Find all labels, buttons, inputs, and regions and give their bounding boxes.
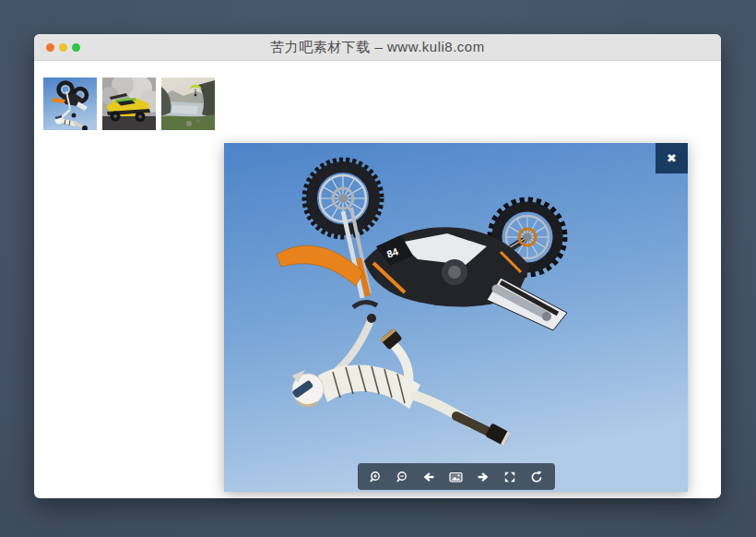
desktop-background: { "browser_window": { "title": "苦力吧素材下载 …: [0, 0, 756, 537]
expand-button[interactable]: [500, 467, 520, 487]
image-button[interactable]: [445, 467, 466, 487]
paraglider-thumb-image: [161, 78, 215, 130]
arrow-right-icon: [477, 471, 490, 483]
lightbox-close-button[interactable]: ✖: [656, 143, 688, 173]
image-icon: [449, 471, 463, 483]
window-title: 苦力吧素材下载 – www.kuli8.com: [270, 39, 484, 56]
traffic-lights: [46, 34, 80, 60]
thumbnail-gallery: [43, 78, 215, 130]
previous-button[interactable]: [419, 467, 439, 487]
arrow-left-icon: [422, 471, 435, 483]
window-zoom-dot[interactable]: [72, 43, 80, 52]
window-minimize-dot[interactable]: [59, 43, 67, 52]
next-button[interactable]: [473, 467, 493, 487]
window-titlebar: 苦力吧素材下载 – www.kuli8.com: [34, 34, 721, 61]
race-car-thumb-image: [102, 78, 156, 130]
zoom-in-button[interactable]: [365, 467, 385, 487]
thumbnail-motocross[interactable]: [43, 78, 97, 130]
lightbox-photo: 84: [224, 143, 688, 492]
thumbnail-paraglider[interactable]: [161, 78, 215, 130]
expand-icon: [503, 471, 516, 483]
window-close-dot[interactable]: [46, 43, 54, 52]
lightbox-toolbar: [358, 463, 555, 490]
rotate-icon: [530, 471, 543, 483]
zoom-in-icon: [369, 471, 382, 483]
zoom-out-icon: [396, 471, 408, 483]
browser-window: 苦力吧素材下载 – www.kuli8.com: [34, 34, 721, 498]
thumbnail-race-car[interactable]: [102, 78, 156, 130]
rotate-button[interactable]: [526, 467, 547, 487]
zoom-out-button[interactable]: [392, 467, 412, 487]
motocross-thumb-image: [43, 78, 97, 130]
lightbox-viewer: 84: [224, 143, 688, 492]
